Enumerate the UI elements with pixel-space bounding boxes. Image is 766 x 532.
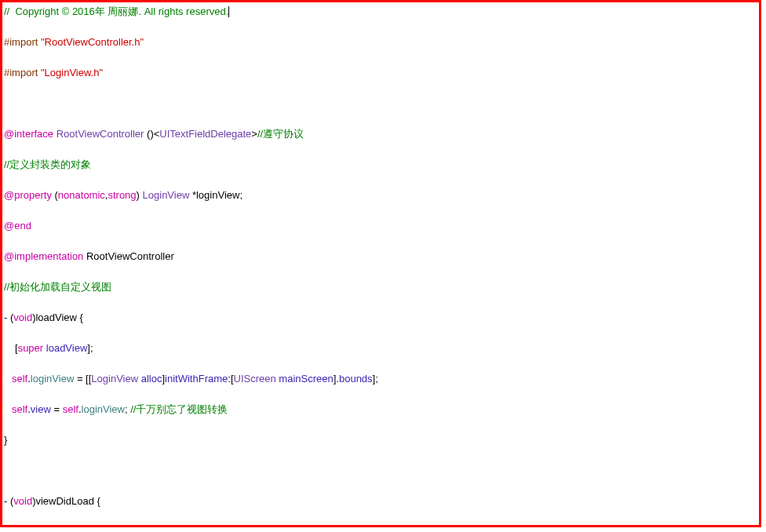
keyword: @implementation xyxy=(4,250,83,262)
code-line: self.view = self.loginView; //千万别忘了视图转换 xyxy=(4,402,757,417)
method: viewDidLoad xyxy=(46,526,104,527)
code-line: [super viewDidLoad]; xyxy=(4,524,757,527)
punct: ( xyxy=(52,189,58,201)
code-line: @end xyxy=(4,218,757,234)
comment: //遵守协议 xyxy=(257,128,304,140)
prop: loginView xyxy=(31,373,74,384)
type: UITextFieldDelegate xyxy=(159,128,251,140)
string: "LoginView.h" xyxy=(41,67,103,78)
punct: > xyxy=(251,128,257,140)
attr: strong xyxy=(108,189,136,201)
code-line: } xyxy=(4,432,757,448)
directive: #import xyxy=(4,67,41,78)
blank-line xyxy=(4,96,757,111)
keyword: @end xyxy=(4,220,31,231)
text-cursor xyxy=(228,6,229,17)
code-line: @interface RootViewController ()<UITextF… xyxy=(4,126,757,142)
punct: ) xyxy=(137,189,143,201)
text: RootViewController xyxy=(83,250,173,262)
method: alloc xyxy=(141,373,162,384)
type: LoginView xyxy=(91,373,138,384)
punct: :[ xyxy=(228,373,233,384)
code-line: // Copyright © 2016年 周丽娜. All rights res… xyxy=(4,4,757,20)
prop: view xyxy=(31,403,51,415)
punct: ]. xyxy=(334,373,339,384)
keyword: self xyxy=(12,373,27,384)
punct: - ( xyxy=(4,312,13,323)
text: = [[ xyxy=(74,373,91,384)
code-line: - (void)loadView { xyxy=(4,310,757,326)
code-line: //初始化加载自定义视图 xyxy=(4,279,757,295)
keyword: self xyxy=(63,403,78,415)
code-line: @implementation RootViewController xyxy=(4,249,757,264)
comment: // Copyright © 2016年 周丽娜. All rights res… xyxy=(4,5,228,17)
punct: [ xyxy=(15,526,18,527)
method: mainScreen xyxy=(279,373,333,384)
keyword: @property xyxy=(4,189,52,201)
code-line: [super loadView]; xyxy=(4,341,757,356)
method: loadView xyxy=(46,342,88,354)
comment: //初始化加载自定义视图 xyxy=(4,281,111,293)
prop: loginView xyxy=(82,403,125,415)
keyword: super xyxy=(18,342,44,354)
code-block: // Copyright © 2016年 周丽娜. All rights res… xyxy=(4,4,757,527)
type: RootViewController xyxy=(53,128,147,140)
keyword: @interface xyxy=(4,128,53,140)
keyword: super xyxy=(18,526,44,527)
code-line: #import "RootViewController.h" xyxy=(4,35,757,50)
code-line: @property (nonatomic,strong) LoginView *… xyxy=(4,188,757,203)
code-screenshot-frame: // Copyright © 2016年 周丽娜. All rights res… xyxy=(0,0,761,527)
code-line: //定义封装类的对象 xyxy=(4,157,757,173)
comment: //定义封装类的对象 xyxy=(4,159,91,170)
type: LoginView xyxy=(143,189,190,201)
prop: bounds xyxy=(339,373,373,384)
code-line: - (void)viewDidLoad { xyxy=(4,494,757,509)
punct: ()< xyxy=(147,128,159,140)
directive: #import xyxy=(4,36,41,48)
keyword: self xyxy=(12,403,27,415)
blank-line xyxy=(4,463,757,479)
method: initWithFrame xyxy=(165,373,228,384)
type: UIScreen xyxy=(234,373,276,384)
punct: - ( xyxy=(4,495,13,507)
code-line: self.loginView = [[LoginView alloc]initW… xyxy=(4,371,757,387)
punct: ]; xyxy=(104,526,110,527)
brace: } xyxy=(4,434,7,446)
attr: nonatomic xyxy=(58,189,105,201)
text: = xyxy=(51,403,63,415)
text: *loginView; xyxy=(189,189,243,201)
punct: ]; xyxy=(373,373,378,384)
punct: ]; xyxy=(87,342,93,354)
type-kw: void xyxy=(13,312,32,323)
type-kw: void xyxy=(13,495,32,507)
text: )viewDidLoad { xyxy=(32,495,100,507)
space xyxy=(43,526,46,527)
text: )loadView { xyxy=(32,312,83,323)
string: "RootViewController.h" xyxy=(41,36,144,48)
code-line: #import "LoginView.h" xyxy=(4,65,757,81)
comment: //千万别忘了视图转换 xyxy=(130,403,228,415)
